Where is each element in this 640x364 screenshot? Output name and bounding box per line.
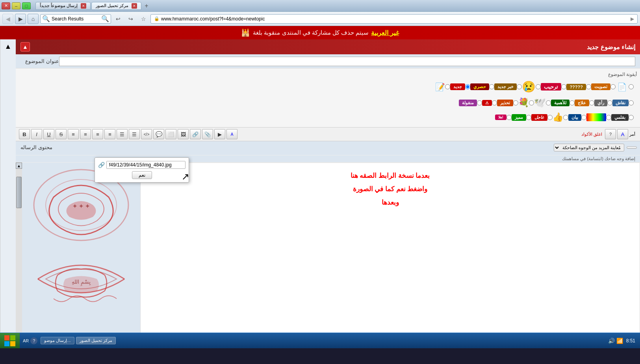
ed-unordered-list[interactable]: ☰ xyxy=(129,129,140,139)
ed-link[interactable]: 🔗 xyxy=(190,129,201,139)
radio-news[interactable] xyxy=(517,84,522,89)
image-url-input[interactable] xyxy=(106,161,186,169)
ed-align-left[interactable]: ≡ xyxy=(92,129,103,139)
url-input[interactable] xyxy=(161,16,629,22)
notice-link[interactable]: غير العربية xyxy=(371,29,399,37)
radio-blank2[interactable] xyxy=(445,84,450,89)
radio-thumb[interactable] xyxy=(563,115,568,120)
badge-urgent: عاجل xyxy=(531,114,547,121)
ed-align-center[interactable]: ≡ xyxy=(80,129,91,139)
radio-red-btn[interactable] xyxy=(492,100,497,105)
scroll-thumb[interactable] xyxy=(16,177,22,208)
radio-bird[interactable] xyxy=(546,100,551,105)
logo-red xyxy=(4,335,9,340)
tab-send-topic[interactable]: إرسال موضوعاً جديداً ✕ xyxy=(35,2,91,10)
ed-align-right[interactable]: ≡ xyxy=(68,129,79,139)
radio-arabic[interactable] xyxy=(506,115,512,120)
radio-warning[interactable] xyxy=(513,100,518,105)
go-icon[interactable]: ▶ xyxy=(631,16,634,22)
ed-bold[interactable]: B xyxy=(19,129,30,139)
taskbar-item-2[interactable]: مركز تحميل الصور xyxy=(76,337,116,344)
ed-strikethrough[interactable]: S xyxy=(56,129,67,139)
ed-media[interactable]: ▶ xyxy=(214,129,225,139)
maximize-button[interactable]: □ xyxy=(22,2,31,9)
redo-button[interactable]: ↪ xyxy=(125,14,136,24)
ed-font[interactable]: A xyxy=(226,129,237,139)
home-button[interactable]: ⌂ xyxy=(28,14,39,24)
radio-new[interactable] xyxy=(465,84,470,89)
ed-justify[interactable]: ≡ xyxy=(104,129,115,139)
star-button[interactable]: ☆ xyxy=(138,14,149,24)
search-input[interactable] xyxy=(52,16,100,22)
ed-italic[interactable]: I xyxy=(31,129,42,139)
radio-typed[interactable] xyxy=(629,115,634,120)
search-bar[interactable]: 🔍 🔍 xyxy=(40,14,111,24)
emoji-ok-button[interactable] xyxy=(627,146,637,149)
ed-image[interactable]: 🖼 xyxy=(178,129,189,139)
add-emoji-label: إضافة وجه ضاحك (ابتسامة) في مساهمتك xyxy=(562,156,635,161)
smiley-icon: 😢 xyxy=(522,80,536,93)
topic-title-input[interactable] xyxy=(59,57,635,66)
badge-view: رأي xyxy=(594,100,607,106)
image-ok-button[interactable]: نعم xyxy=(132,171,152,179)
font-color-btn[interactable]: A xyxy=(617,129,628,139)
radio-quoted[interactable] xyxy=(477,100,482,105)
radio-discussion[interactable] xyxy=(629,100,634,105)
taskbar-right: 🔊 📶 8:51 xyxy=(608,338,640,344)
search-go-icon[interactable]: 🔍 xyxy=(101,15,109,22)
form-header: ▲ إنشاء موضوع جديد xyxy=(16,39,640,54)
svg-text:✦ ✦ ✦: ✦ ✦ ✦ xyxy=(72,203,90,209)
radio-flower[interactable] xyxy=(529,100,534,105)
radio-exclusive[interactable] xyxy=(489,84,494,89)
radio-urgent[interactable] xyxy=(547,115,553,120)
help-indicator[interactable]: ? xyxy=(30,337,37,344)
calligraphy-svg-2: بِسْمِ اللهِ xyxy=(30,248,132,310)
badge-arabic: اهلا xyxy=(495,115,506,120)
ed-ordered-list[interactable]: ☰ xyxy=(117,129,128,139)
vertical-scrollbar[interactable]: ▲ ▼ xyxy=(16,163,22,346)
tab-close-active-icon[interactable]: ✕ xyxy=(132,3,137,9)
start-button[interactable] xyxy=(0,333,20,349)
address-bar[interactable]: 🔒 ▶ xyxy=(150,14,638,24)
windows-logo xyxy=(4,335,15,346)
radio-view[interactable] xyxy=(607,100,612,105)
radio-default[interactable] xyxy=(629,84,634,89)
badge-exclusive: حصري xyxy=(470,83,489,90)
arrow-cursor-icon: ↖ xyxy=(182,171,189,182)
ed-attachment[interactable]: 📎 xyxy=(202,129,213,139)
ed-quote[interactable]: 💬 xyxy=(153,129,164,139)
radio-smiley[interactable] xyxy=(536,84,541,89)
forward-button[interactable]: ▶ xyxy=(15,14,26,24)
new-tab-button[interactable]: + xyxy=(142,2,150,10)
radio-welcome[interactable] xyxy=(561,84,566,89)
instruction-line2: واضغط نعم كما في الصورة xyxy=(148,183,632,196)
radio-featured[interactable] xyxy=(526,115,531,120)
help-button[interactable]: ? xyxy=(605,129,616,139)
topic-title-row: عنوان الموضوع xyxy=(16,54,640,68)
radio-question[interactable] xyxy=(586,84,591,89)
tab-close-icon[interactable]: ✕ xyxy=(81,3,86,9)
ed-code[interactable]: </> xyxy=(141,129,152,139)
tab-image-center[interactable]: مركز تحميل الصور ✕ xyxy=(91,2,141,10)
emoji-dropdown[interactable]: مُعاينة المزيد من الوجوه الضاحكة xyxy=(554,144,624,152)
badge-warning: تحذير xyxy=(497,100,513,106)
ed-box[interactable]: ⬜ xyxy=(165,129,176,139)
back-button[interactable]: ◀ xyxy=(2,14,13,24)
close-codes-label[interactable]: اغلق الأكواد xyxy=(581,132,602,137)
radio-statement[interactable] xyxy=(581,115,586,120)
minimize-form-icon[interactable]: ▲ xyxy=(20,42,30,52)
radio-importance[interactable] xyxy=(570,100,575,105)
minimize-button[interactable]: – xyxy=(12,2,20,9)
undo-button[interactable]: ↩ xyxy=(113,14,124,24)
radio-treat[interactable] xyxy=(589,100,594,105)
scroll-up-arrow[interactable]: ▲ xyxy=(16,163,22,169)
insert-text-label: أمر xyxy=(629,132,635,137)
content-label: محتوى الرساله xyxy=(16,141,57,153)
ed-underline[interactable]: U xyxy=(43,129,54,139)
editor-content-area[interactable]: بعدما نسخة الرابط الصقه هنا واضغط نعم كم… xyxy=(140,163,640,346)
radio-vote[interactable] xyxy=(610,84,616,89)
instruction-line1: بعدما نسخة الرابط الصقه هنا xyxy=(148,169,632,183)
taskbar-item-1[interactable]: إرسال موضو... xyxy=(41,337,74,344)
radio-colored[interactable] xyxy=(606,115,611,120)
close-button[interactable]: ✕ xyxy=(2,2,10,9)
